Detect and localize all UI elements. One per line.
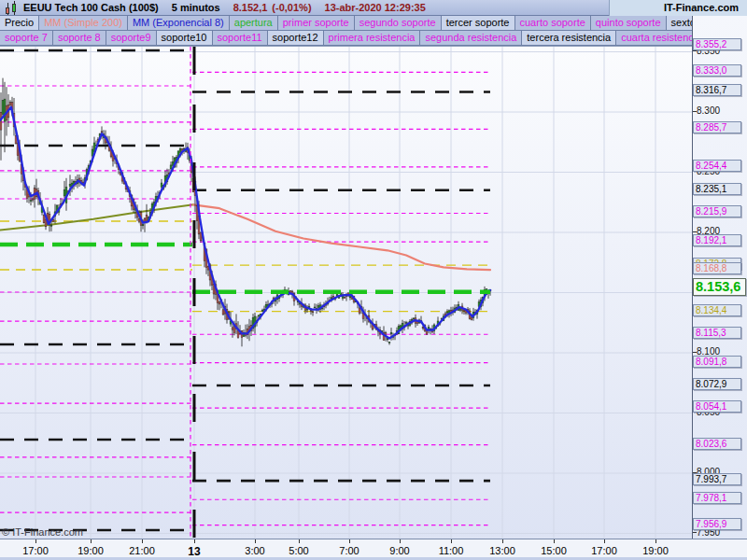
time-axis-label: 7:00 — [339, 545, 359, 556]
legend-row-1: PrecioMM (Simple 200)MM (Exponencial 8)a… — [0, 16, 692, 31]
price-level-label: 8.355,2 — [693, 38, 741, 50]
time-axis-label: 17:00 — [591, 545, 617, 556]
time-tick — [194, 539, 195, 543]
time-axis-label: 15:00 — [541, 545, 567, 556]
time-axis-label: 13 — [188, 545, 200, 558]
time-axis-label: 3:00 — [245, 545, 264, 556]
price-level-label: 7.978,1 — [693, 492, 741, 504]
candlestick-icon — [3, 1, 20, 15]
price-level-label: 8.333,0 — [693, 64, 741, 77]
legend-item[interactable]: soporte11 — [213, 31, 268, 45]
time-tick — [299, 539, 300, 543]
price-level-label: 8.023,6 — [693, 438, 741, 450]
legend-item[interactable]: tercer soporte — [442, 16, 515, 30]
legend-item[interactable]: tercera resistencia — [522, 31, 616, 45]
window-title: EEUU Tech 100 Cash (100$) — [23, 2, 159, 13]
legend-item[interactable]: MM (Simple 200) — [39, 16, 128, 30]
time-tick — [400, 539, 401, 543]
legend-item[interactable]: soporte 7 — [0, 31, 53, 45]
time-tick — [35, 539, 36, 543]
price-level-label: 8.285,7 — [693, 121, 741, 133]
time-tick — [255, 539, 256, 543]
price-level-label: 8.192,1 — [693, 234, 741, 246]
legend-item[interactable]: Precio — [0, 16, 39, 30]
time-axis-label: 21:00 — [129, 545, 155, 556]
price-level-label: 8.115,3 — [693, 327, 741, 339]
price-chart[interactable] — [0, 46, 692, 539]
legend-item[interactable]: soporte12 — [268, 31, 324, 45]
time-tick — [655, 539, 656, 543]
current-price-label: 8.153,6 — [693, 278, 746, 296]
time-tick — [91, 539, 92, 543]
title-bar[interactable]: EEUU Tech 100 Cash (100$) 5 minutos 8.15… — [0, 0, 747, 16]
legend-item[interactable]: sexto soporte — [667, 16, 692, 30]
price-axis-label: 8.300 — [697, 105, 720, 116]
time-tick — [554, 539, 555, 543]
last-price: 8.152,1 — [233, 2, 268, 13]
price-change: (-0,01%) — [272, 2, 311, 13]
price-level-label: 8.316,7 — [693, 84, 741, 96]
time-tick — [502, 539, 503, 543]
price-level-label: 8.091,8 — [693, 356, 741, 368]
price-axis[interactable]: 8.3508.3008.2508.2008.1508.1008.0508.000… — [692, 16, 747, 539]
legend-item[interactable]: primera resistencia — [324, 31, 421, 45]
time-tick — [349, 539, 350, 543]
price-level-label: 8.134,4 — [693, 304, 741, 316]
brand-label: IT-Finance.com — [609, 0, 747, 16]
price-level-label: 8.235,1 — [693, 183, 741, 195]
time-axis-label: 19:00 — [642, 545, 669, 556]
legend-item[interactable]: soporte10 — [157, 31, 213, 45]
legend-item[interactable]: soporte 8 — [53, 31, 106, 45]
time-axis-label: 11:00 — [439, 545, 464, 556]
legend-item[interactable]: quinto soporte — [591, 16, 667, 30]
price-level-label: 8.168,8 — [693, 262, 741, 274]
legend-item[interactable]: soporte9 — [106, 31, 157, 45]
price-level-label: 8.215,9 — [693, 205, 741, 217]
legend-item[interactable]: cuarto soporte — [515, 16, 591, 30]
price-level-label: 7.993,7 — [693, 473, 741, 485]
price-level-label: 8.072,9 — [693, 378, 741, 390]
legend-item[interactable]: segundo soporte — [355, 16, 442, 30]
time-tick — [451, 539, 452, 543]
time-axis-label: 19:00 — [78, 545, 104, 556]
price-level-label: 7.956,9 — [693, 518, 741, 530]
time-axis-label: 13:00 — [489, 545, 515, 556]
legend-item[interactable]: MM (Exponencial 8) — [128, 16, 230, 30]
time-axis-label: 17:00 — [22, 545, 49, 556]
legend-item[interactable]: cuarta resistencia — [616, 31, 692, 45]
time-axis-label: 5:00 — [289, 545, 308, 556]
time-tick — [604, 539, 605, 543]
legend-item[interactable]: segunda resistencia — [420, 31, 522, 45]
legend-item[interactable]: primer soporte — [278, 16, 355, 30]
price-level-label: 8.254,4 — [693, 160, 741, 172]
time-tick — [142, 539, 143, 543]
legend-item[interactable]: apertura — [230, 16, 278, 30]
legend-row-2: soporte 7soporte 8soporte9soporte10sopor… — [0, 31, 692, 46]
timeframe-label: 5 minutos — [172, 2, 220, 13]
time-axis-label: 9:00 — [389, 545, 409, 556]
chart-window: { "header": { "title": "EEUU Tech 100 Ca… — [0, 0, 747, 560]
watermark: © IT-Finance.com — [2, 526, 83, 538]
time-axis[interactable]: 17:0019:0021:00133:005:007:009:0011:0013… — [0, 539, 747, 560]
datetime-label: 13-abr-2020 12:29:35 — [325, 2, 426, 13]
price-level-label: 8.054,1 — [693, 400, 741, 413]
